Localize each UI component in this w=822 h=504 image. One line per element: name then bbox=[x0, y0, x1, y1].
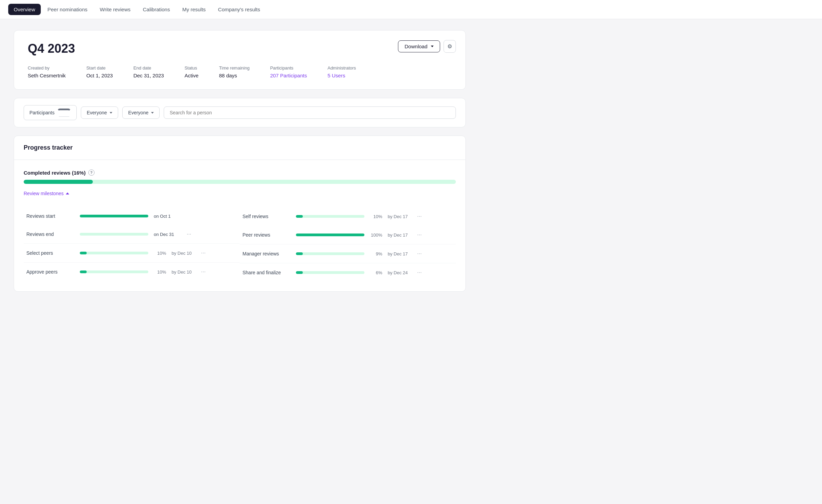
more-options-icon[interactable]: ··· bbox=[417, 232, 422, 238]
search-input[interactable] bbox=[164, 106, 456, 119]
milestone-date: by Dec 10 bbox=[172, 251, 196, 256]
milestone-bar-fill bbox=[296, 234, 364, 236]
filter-bar: Participants Everyone Everyone bbox=[14, 98, 466, 127]
chevron-down-icon bbox=[151, 112, 154, 114]
milestone-bar bbox=[80, 252, 148, 254]
milestones-grid: Reviews start on Oct 1 Reviews end on De… bbox=[24, 207, 456, 282]
milestone-date: by Dec 10 bbox=[172, 269, 196, 275]
everyone-filter-1[interactable]: Everyone bbox=[81, 106, 118, 119]
chevron-down-icon bbox=[57, 109, 71, 117]
gear-icon: ⚙ bbox=[447, 43, 452, 50]
milestone-bar bbox=[296, 252, 364, 255]
milestone-name: Select peers bbox=[26, 250, 74, 256]
nav-item-peer-nominations[interactable]: Peer nominations bbox=[42, 4, 93, 15]
milestone-share-finalize: Share and finalize 6% by Dec 24 ··· bbox=[240, 263, 456, 282]
milestone-bar bbox=[296, 234, 364, 236]
participants-link[interactable]: 207 Participants bbox=[270, 73, 307, 78]
status-label: Status bbox=[185, 65, 199, 71]
meta-created-by: Created by Seth Cesmertnik bbox=[28, 65, 66, 78]
milestone-reviews-start: Reviews start on Oct 1 bbox=[24, 207, 240, 225]
meta-start-date: Start date Oct 1, 2023 bbox=[86, 65, 113, 78]
completed-label: Completed reviews (16%) ? bbox=[24, 169, 456, 176]
nav-item-my-results[interactable]: My results bbox=[177, 4, 211, 15]
milestone-bar bbox=[80, 233, 148, 236]
time-remaining-value: 88 days bbox=[219, 73, 250, 78]
everyone-filter-2-label: Everyone bbox=[128, 110, 148, 115]
milestone-pct: 100% bbox=[370, 232, 382, 238]
arrow-up-icon bbox=[66, 192, 69, 194]
meta-row: Created by Seth Cesmertnik Start date Oc… bbox=[28, 65, 452, 78]
more-options-icon[interactable]: ··· bbox=[201, 269, 206, 275]
nav-item-write-reviews[interactable]: Write reviews bbox=[94, 4, 136, 15]
tracker-card: Progress tracker Completed reviews (16%)… bbox=[14, 136, 466, 292]
milestone-peer-reviews: Peer reviews 100% by Dec 17 ··· bbox=[240, 226, 456, 244]
milestone-pct: 9% bbox=[370, 251, 382, 256]
main-nav: Overview Peer nominations Write reviews … bbox=[0, 0, 822, 19]
milestone-bar bbox=[296, 271, 364, 274]
nav-item-calibrations[interactable]: Calibrations bbox=[137, 4, 175, 15]
more-options-icon[interactable]: ··· bbox=[201, 250, 206, 256]
milestone-name: Self reviews bbox=[242, 214, 290, 219]
milestone-date: by Dec 17 bbox=[388, 232, 412, 238]
milestone-bar-fill bbox=[296, 252, 303, 255]
milestone-bar-fill bbox=[80, 215, 148, 217]
download-button[interactable]: Download bbox=[398, 40, 440, 52]
participants-filter[interactable]: Participants bbox=[24, 105, 77, 120]
administrators-link[interactable]: 5 Users bbox=[327, 73, 356, 78]
milestone-name: Manager reviews bbox=[242, 251, 290, 256]
completed-progress-bar bbox=[24, 180, 456, 184]
meta-status: Status Active bbox=[185, 65, 199, 78]
more-options-icon[interactable]: ··· bbox=[417, 269, 422, 276]
everyone-filter-2[interactable]: Everyone bbox=[122, 106, 160, 119]
milestone-bar-fill bbox=[80, 270, 87, 273]
created-by-value: Seth Cesmertnik bbox=[28, 73, 66, 78]
tracker-body: Completed reviews (16%) ? Review milesto… bbox=[14, 160, 465, 291]
milestone-pct: 10% bbox=[370, 214, 382, 219]
milestone-date: by Dec 17 bbox=[388, 214, 412, 219]
milestone-approve-peers: Approve peers 10% by Dec 10 ··· bbox=[24, 262, 240, 281]
milestone-bar bbox=[80, 215, 148, 217]
milestone-self-reviews: Self reviews 10% by Dec 17 ··· bbox=[240, 207, 456, 226]
settings-button[interactable]: ⚙ bbox=[444, 40, 456, 53]
end-date-label: End date bbox=[133, 65, 164, 71]
administrators-label: Administrators bbox=[327, 65, 356, 71]
status-value: Active bbox=[185, 73, 199, 78]
milestone-bar-fill bbox=[296, 271, 303, 274]
milestone-name: Reviews start bbox=[26, 213, 74, 219]
milestone-toggle-label: Review milestones bbox=[24, 191, 64, 196]
milestone-name: Reviews end bbox=[26, 231, 74, 237]
everyone-filter-1-label: Everyone bbox=[87, 110, 107, 115]
chevron-down-icon bbox=[110, 112, 112, 114]
milestone-bar bbox=[296, 215, 364, 218]
help-icon[interactable]: ? bbox=[88, 169, 95, 176]
milestone-name: Approve peers bbox=[26, 269, 74, 275]
download-label: Download bbox=[404, 43, 427, 49]
header-card: Q4 2023 Download ⚙ Created by Seth Cesme… bbox=[14, 30, 466, 90]
more-options-icon[interactable]: ··· bbox=[417, 251, 422, 257]
participants-label: Participants bbox=[270, 65, 307, 71]
meta-participants: Participants 207 Participants bbox=[270, 65, 307, 78]
meta-administrators: Administrators 5 Users bbox=[327, 65, 356, 78]
milestone-bar-fill bbox=[296, 215, 303, 218]
completed-progress-fill bbox=[24, 180, 93, 184]
milestones-right: Self reviews 10% by Dec 17 ··· Peer revi… bbox=[240, 207, 456, 282]
milestone-pct: 10% bbox=[154, 269, 166, 275]
page-title: Q4 2023 bbox=[28, 41, 452, 56]
nav-item-overview[interactable]: Overview bbox=[8, 4, 41, 15]
milestones-left: Reviews start on Oct 1 Reviews end on De… bbox=[24, 207, 240, 282]
milestone-name: Share and finalize bbox=[242, 270, 290, 275]
tracker-title: Progress tracker bbox=[24, 144, 456, 151]
milestone-manager-reviews: Manager reviews 9% by Dec 17 ··· bbox=[240, 244, 456, 263]
start-date-label: Start date bbox=[86, 65, 113, 71]
milestone-bar bbox=[80, 270, 148, 273]
milestone-date: by Dec 24 bbox=[388, 270, 412, 275]
milestone-toggle[interactable]: Review milestones bbox=[24, 191, 456, 196]
more-options-icon[interactable]: ··· bbox=[187, 231, 191, 237]
created-by-label: Created by bbox=[28, 65, 66, 71]
end-date-value: Dec 31, 2023 bbox=[133, 73, 164, 78]
more-options-icon[interactable]: ··· bbox=[417, 213, 422, 219]
milestone-date: on Oct 1 bbox=[154, 214, 181, 219]
nav-item-company-results[interactable]: Company's results bbox=[213, 4, 266, 15]
milestone-select-peers: Select peers 10% by Dec 10 ··· bbox=[24, 243, 240, 262]
start-date-value: Oct 1, 2023 bbox=[86, 73, 113, 78]
